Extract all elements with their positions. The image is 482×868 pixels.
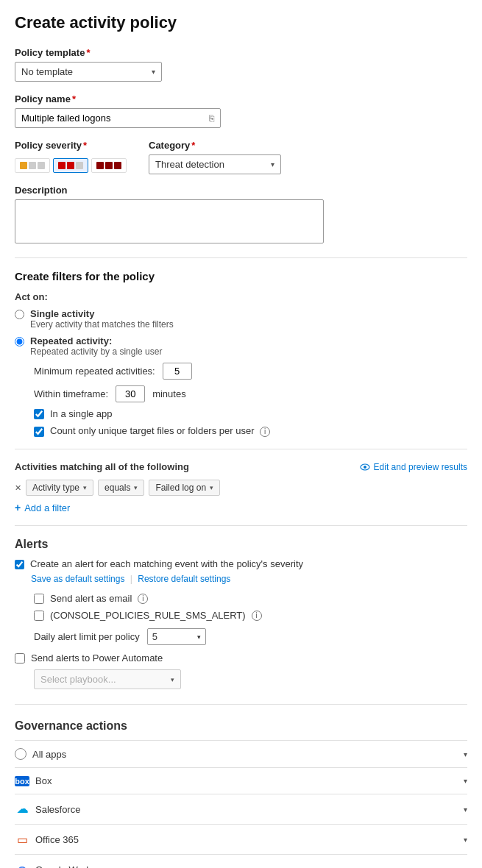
daily-alert-row: Daily alert limit per policy 5 ▾: [34, 628, 467, 645]
single-activity-option[interactable]: Single activity Every activity that matc…: [15, 308, 467, 330]
in-single-app-checkbox[interactable]: [34, 409, 44, 419]
severity-low[interactable]: [15, 158, 50, 173]
failed-logon-filter[interactable]: Failed log on ▾: [149, 480, 220, 496]
save-default-link[interactable]: Save as default settings: [31, 574, 124, 584]
salesforce-icon: ☁: [15, 802, 29, 817]
severity-options: [15, 158, 127, 173]
category-select[interactable]: Threat detection ▾: [149, 154, 281, 174]
chevron-down-icon: ▾: [197, 633, 201, 641]
equals-chevron: ▾: [134, 484, 138, 491]
repeated-activity-radio[interactable]: [15, 337, 24, 346]
severity-medium[interactable]: [53, 158, 88, 173]
salesforce-chevron: ▾: [464, 805, 467, 814]
plus-icon: +: [15, 502, 21, 513]
remove-filter-button[interactable]: ✕: [15, 483, 21, 493]
playbook-select[interactable]: Select playbook... ▾: [34, 669, 181, 689]
governance-title: Governance actions: [15, 719, 467, 733]
dot3: [114, 162, 121, 169]
office365-label: Office 365: [35, 834, 79, 845]
gov-row-google-workspace[interactable]: G Google Workspace ▾: [15, 855, 467, 868]
send-email-label: Send alert as email: [50, 593, 132, 604]
box-icon: box: [15, 776, 29, 786]
policy-severity-label: Policy severity*: [15, 140, 127, 151]
dot2: [105, 162, 113, 169]
repeated-activity-sub: Repeated activity by a single user: [30, 346, 162, 357]
google-workspace-icon: G: [15, 862, 29, 868]
count-unique-label: Count only unique target files or folder…: [50, 425, 270, 437]
equals-filter[interactable]: equals ▾: [98, 480, 144, 496]
filter-header: Activities matching all of the following…: [15, 461, 467, 472]
google-workspace-chevron: ▾: [464, 866, 467, 869]
copy-icon: ⎘: [209, 113, 214, 124]
within-timeframe-label: Within timeframe:: [34, 388, 108, 399]
within-timeframe-input[interactable]: [116, 385, 145, 402]
salesforce-label: Salesforce: [35, 804, 80, 815]
send-email-checkbox[interactable]: [34, 594, 44, 604]
restore-default-link[interactable]: Restore default settings: [138, 574, 230, 584]
policy-template-select[interactable]: No template ▾: [15, 62, 162, 82]
gov-row-box[interactable]: box Box ▾: [15, 768, 467, 794]
filters-section-title: Create filters for the policy: [15, 270, 467, 282]
activity-type-filter[interactable]: Activity type ▾: [26, 480, 93, 496]
repeated-activity-option[interactable]: Repeated activity: Repeated activity by …: [15, 335, 467, 357]
failed-logon-chevron: ▾: [210, 484, 213, 491]
single-activity-sub: Every activity that matches the filters: [30, 319, 174, 330]
add-filter-button[interactable]: + Add a filter: [15, 502, 467, 513]
office365-chevron: ▾: [464, 836, 467, 844]
minutes-label: minutes: [152, 388, 186, 399]
sms-alert-checkbox[interactable]: [34, 611, 44, 621]
dot2: [67, 162, 74, 169]
svg-point-1: [364, 466, 366, 469]
count-unique-info-icon[interactable]: i: [260, 427, 270, 437]
send-email-info-icon[interactable]: i: [138, 594, 148, 604]
power-automate-checkbox[interactable]: [15, 653, 25, 664]
count-unique-checkbox[interactable]: [34, 427, 44, 437]
description-input[interactable]: [15, 199, 324, 243]
box-label: Box: [35, 775, 52, 786]
chevron-down-icon: ▾: [271, 160, 274, 168]
act-on-label: Act on:: [15, 291, 467, 302]
alert-links: Save as default settings | Restore defau…: [31, 574, 467, 584]
min-repeated-label: Minimum repeated activities:: [34, 366, 155, 377]
alerts-title: Alerts: [15, 538, 467, 551]
dot3: [38, 162, 45, 169]
policy-name-field[interactable]: ⎘: [15, 108, 221, 128]
dot1: [96, 162, 104, 169]
single-activity-radio[interactable]: [15, 310, 24, 319]
sms-alert-info-icon[interactable]: i: [252, 611, 262, 621]
description-label: Description: [15, 185, 467, 196]
min-repeated-input[interactable]: [163, 363, 192, 380]
repeated-activity-label: Repeated activity:: [30, 335, 162, 346]
alert-main-checkbox[interactable]: [15, 560, 24, 569]
dot1: [20, 162, 27, 169]
policy-template-label: Policy template*: [15, 47, 467, 58]
filter-row: ✕ Activity type ▾ equals ▾ Failed log on…: [15, 480, 467, 496]
all-apps-icon: [15, 748, 26, 760]
sms-alert-label: (CONSOLE_POLICIES_RULE_SMS_ALERT): [50, 610, 246, 621]
gov-row-all-apps[interactable]: All apps ▾: [15, 741, 467, 768]
office365-icon: ▭: [15, 832, 29, 847]
all-apps-chevron: ▾: [464, 750, 467, 758]
alert-main-label: Create an alert for each matching event …: [30, 558, 303, 569]
dot2: [29, 162, 36, 169]
alert-main-row: Create an alert for each matching event …: [15, 558, 467, 569]
all-apps-label: All apps: [32, 749, 66, 760]
policy-name-label: Policy name*: [15, 93, 467, 104]
activity-type-chevron: ▾: [83, 484, 87, 491]
single-activity-label: Single activity: [30, 308, 174, 319]
page-title: Create activity policy: [15, 13, 467, 32]
gov-row-salesforce[interactable]: ☁ Salesforce ▾: [15, 794, 467, 825]
daily-limit-label: Daily alert limit per policy: [34, 631, 140, 642]
dot1: [58, 162, 65, 169]
daily-limit-select[interactable]: 5 ▾: [147, 628, 206, 645]
power-automate-label: Send alerts to Power Automate: [31, 652, 163, 664]
gov-row-office365[interactable]: ▭ Office 365 ▾: [15, 825, 467, 855]
policy-name-input[interactable]: [21, 113, 209, 124]
in-single-app-label: In a single app: [50, 408, 113, 419]
chevron-down-icon: ▾: [152, 68, 155, 76]
severity-high[interactable]: [91, 158, 127, 173]
eye-icon: [360, 463, 370, 471]
category-label: Category*: [149, 140, 281, 151]
edit-preview-button[interactable]: Edit and preview results: [360, 462, 467, 472]
google-workspace-label: Google Workspace: [35, 864, 116, 869]
